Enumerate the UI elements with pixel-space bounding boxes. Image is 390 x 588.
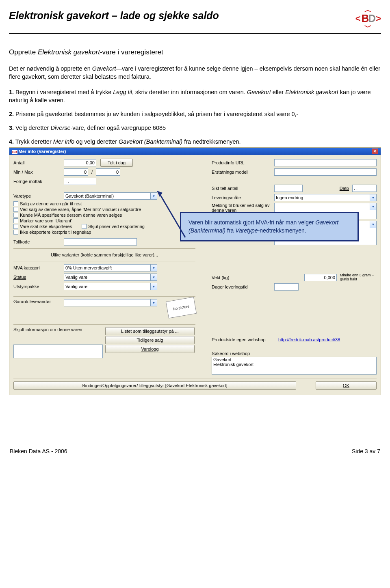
vekt-note: Mindre enn 3 gram = gratis frakt bbox=[340, 274, 377, 282]
mer-info-window: BDMer info (Vareregister) ✕ Antall 0,00 … bbox=[9, 147, 381, 395]
produktside-link[interactable]: http://fredrik.mab.as/product/38 bbox=[278, 337, 340, 342]
sist-telt-label: Sist telt antall bbox=[212, 186, 273, 191]
max-input[interactable]: 0 bbox=[96, 168, 120, 176]
svg-marker-1 bbox=[157, 191, 162, 197]
utstyr-select[interactable]: Vanlig vare ▼ bbox=[64, 283, 157, 290]
min-input[interactable]: 0 bbox=[64, 168, 88, 176]
forrige-mottak-label: Forrige mottak bbox=[13, 179, 62, 184]
skjult-info-label: Skjult informasjon om denne varen bbox=[13, 327, 103, 332]
melding-label: Melding til bruker ved salg av denne var… bbox=[212, 203, 273, 213]
chevron-down-icon: ▼ bbox=[370, 194, 376, 201]
intro-paragraph: Det er nødvendig å opprette en Gavekort—… bbox=[9, 65, 381, 81]
dager-input[interactable] bbox=[274, 283, 299, 291]
chk-skjul-priser[interactable]: Skjul priser ved eksportering bbox=[82, 224, 145, 229]
sokeord-textarea[interactable]: Gavekort Elektronisk gavekort bbox=[212, 357, 377, 375]
levering-select[interactable]: Ingen endring ▼ bbox=[274, 194, 377, 201]
footer-right: Side 3 av 7 bbox=[352, 448, 380, 454]
chevron-down-icon: ▼ bbox=[370, 221, 376, 228]
document-title: Elektronisk gavekort – lade og sjekke sa… bbox=[9, 10, 219, 22]
listet-button[interactable]: Listet som tilleggsutstyr på ... bbox=[105, 327, 195, 335]
slash-label: / bbox=[90, 170, 94, 174]
chevron-down-icon: ▼ bbox=[150, 283, 157, 290]
varelogg-button[interactable]: Varelogg bbox=[105, 345, 195, 353]
sist-telt-input[interactable] bbox=[274, 185, 303, 192]
step-2: 2. Prisene på gavekortet bestemmes jo av… bbox=[9, 110, 381, 118]
status-label: Status bbox=[13, 275, 62, 280]
bindinger-button[interactable]: Bindinger/Oppfølgingsvarer/Tilleggsutsty… bbox=[13, 381, 296, 390]
header-divider bbox=[9, 33, 381, 34]
step-4: 4. Trykk deretter Mer info og velg deret… bbox=[9, 138, 381, 146]
dager-label: Dager leveringstid bbox=[212, 284, 273, 289]
garanti-label: Garanti-leverandør bbox=[13, 299, 62, 304]
window-title: Mer info (Vareregister) bbox=[19, 149, 66, 154]
erstatning-label: Erstatnings modell bbox=[212, 170, 273, 174]
forrige-mottak-input[interactable]: . . bbox=[64, 178, 96, 185]
telt-i-dag-button[interactable]: Telt i dag bbox=[100, 159, 133, 167]
no-picture-placeholder: No picture bbox=[166, 297, 197, 319]
tidligere-salg-button[interactable]: Tidligere salg bbox=[105, 336, 195, 344]
callout-box: Varen blir automatisk gjort MVA-fri når … bbox=[180, 212, 359, 241]
tollkode-input[interactable] bbox=[64, 238, 137, 246]
sokeord-label: Søkeord i webshop bbox=[212, 351, 250, 356]
skjult-info-textarea[interactable] bbox=[13, 345, 103, 358]
produktinfo-input[interactable] bbox=[274, 159, 377, 166]
mva-select[interactable]: 0% Uten merverdiavgift ▼ bbox=[64, 264, 157, 271]
vekt-label: Vekt (kg) bbox=[212, 275, 273, 280]
chevron-down-icon: ▼ bbox=[150, 265, 157, 271]
logo: ︿ <BD> ﹀ bbox=[355, 7, 381, 30]
ok-button[interactable]: OK bbox=[316, 381, 377, 390]
footer-left: Bleken Data AS - 2006 bbox=[10, 448, 67, 454]
mva-label: MVA kategori bbox=[13, 265, 62, 270]
dato-input[interactable]: . . bbox=[352, 185, 377, 192]
erstatning-input[interactable] bbox=[274, 168, 377, 176]
levering-label: Leveringsmåte bbox=[212, 195, 273, 200]
status-select[interactable]: Vanlig vare ▼ bbox=[64, 274, 157, 281]
step-1: 1. Begynn i vareregisteret med å trykke … bbox=[9, 88, 381, 104]
callout-arrow-icon bbox=[157, 191, 193, 280]
garanti-select[interactable]: ▼ bbox=[64, 299, 157, 306]
varetype-label: Varetype bbox=[13, 194, 62, 198]
tollkode-label: Tollkode bbox=[13, 239, 62, 244]
antall-label: Antall bbox=[13, 160, 62, 165]
section-heading: Opprette Elektronisk gavekort-vare i var… bbox=[9, 48, 381, 56]
antall-input[interactable]: 0,00 bbox=[64, 159, 96, 166]
chevron-down-icon: ▼ bbox=[150, 274, 157, 280]
close-icon[interactable]: ✕ bbox=[372, 149, 378, 154]
dato-label: Dato bbox=[304, 186, 349, 191]
step-3: 3. Velg deretter Diverse-vare, definer o… bbox=[9, 124, 381, 132]
varetype-select[interactable]: Gavekort (Bankterminal) ▼ bbox=[64, 192, 157, 200]
window-titlebar[interactable]: BDMer info (Vareregister) ✕ bbox=[9, 148, 381, 155]
utstyr-label: Utstyrspakke bbox=[13, 284, 62, 289]
minmax-label: Min / Max bbox=[13, 170, 62, 174]
chevron-down-icon: ▼ bbox=[370, 203, 376, 210]
chevron-down-icon: ▼ bbox=[150, 193, 157, 199]
produktside-label: Produktside egen webshop bbox=[212, 337, 277, 342]
chevron-down-icon: ▼ bbox=[150, 299, 157, 306]
vekt-input[interactable]: 0,000 bbox=[304, 274, 337, 281]
chk-ikke-eksport[interactable]: Vare skal ikke eksporteres bbox=[13, 224, 72, 229]
produktinfo-label: Produktinfo URL bbox=[212, 160, 273, 165]
svg-line-0 bbox=[159, 193, 185, 237]
